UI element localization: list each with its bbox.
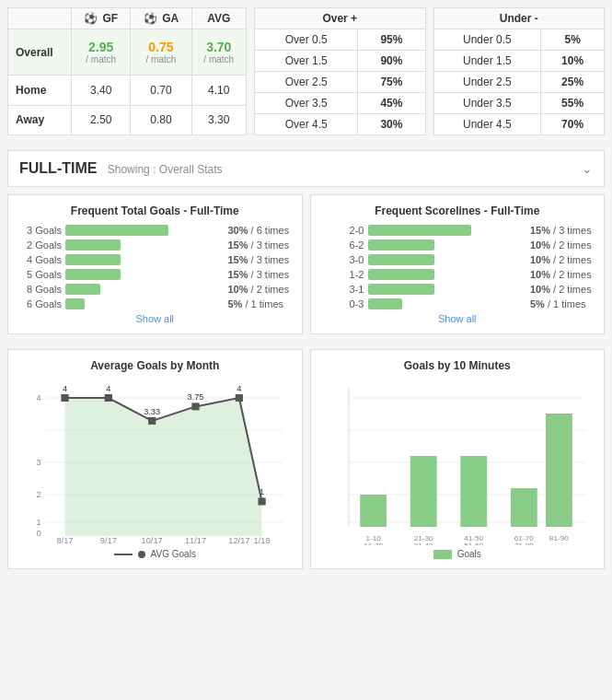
- svg-text:10/17: 10/17: [142, 536, 163, 545]
- gf-header: ⚽ GF: [71, 8, 131, 29]
- freq-charts-row: Frequent Total Goals - Full-Time 3 Goals…: [0, 187, 612, 342]
- freq-scoreline-bar: [368, 239, 434, 251]
- under-row: Under 1.510%: [433, 51, 605, 72]
- over-row: Over 0.595%: [255, 29, 426, 51]
- svg-text:31-40: 31-40: [413, 542, 433, 545]
- home-gf: 3.40: [71, 76, 131, 105]
- freq-scoreline-label: 6-2: [320, 239, 364, 251]
- freq-goal-bar: [65, 239, 121, 251]
- freq-scoreline-label: 0-3: [320, 298, 364, 309]
- svg-text:12/17: 12/17: [228, 536, 249, 545]
- freq-goal-item: 3 Goals 30% / 6 times: [17, 225, 293, 236]
- freq-goals-list: 3 Goals 30% / 6 times 2 Goals 15% / 3 ti…: [17, 225, 293, 309]
- freq-scorelines-title: Frequent Scorelines - Full-Time: [320, 204, 595, 217]
- freq-goal-item: 8 Goals 10% / 2 times: [17, 284, 293, 295]
- under-row: Under 2.525%: [433, 72, 605, 93]
- under-row-pct: 25%: [541, 72, 605, 93]
- over-row-pct: 95%: [358, 29, 425, 51]
- freq-goal-item: 5 Goals 15% / 3 times: [17, 269, 293, 280]
- over-row: Over 1.590%: [255, 51, 426, 72]
- away-gf: 2.50: [71, 105, 131, 134]
- under-row: Under 0.55%: [433, 29, 605, 51]
- freq-scoreline-info: 10% / 2 times: [530, 254, 595, 265]
- freq-goal-bar: [65, 298, 85, 309]
- svg-text:3.75: 3.75: [188, 392, 204, 402]
- show-all-scorelines[interactable]: Show all: [320, 313, 595, 324]
- bar-chart-area: 1-10 11-20 21-30 31-40 41-50 51-60 61-70…: [320, 379, 595, 545]
- over-row-pct: 45%: [358, 93, 425, 114]
- freq-scoreline-item: 0-3 5% / 1 times: [320, 298, 595, 309]
- svg-text:71-80: 71-80: [514, 542, 534, 545]
- freq-scoreline-bar: [368, 269, 434, 280]
- home-row: Home 3.40 0.70 4.10: [8, 76, 247, 105]
- overall-row: Overall 2.95 / match 0.75 / match 3.70 /…: [8, 29, 247, 76]
- freq-scorelines-list: 2-0 15% / 3 times 6-2 10% / 2 times 3-0 …: [320, 225, 595, 309]
- under-row-pct: 10%: [541, 51, 605, 72]
- freq-scoreline-item: 2-0 15% / 3 times: [320, 225, 595, 236]
- goals-10min-box: Goals by 10 Minutes: [310, 349, 606, 569]
- under-row-label: Under 0.5: [433, 29, 541, 51]
- goals-10min-title: Goals by 10 Minutes: [320, 359, 595, 372]
- home-ga: 0.70: [131, 76, 191, 105]
- freq-goal-label: 2 Goals: [17, 239, 62, 251]
- svg-text:11-20: 11-20: [364, 542, 384, 545]
- freq-goal-bar-wrap: [65, 298, 225, 309]
- under-title: Under -: [433, 8, 605, 29]
- freq-goal-info: 15% / 3 times: [228, 239, 293, 251]
- over-row: Over 4.530%: [255, 114, 426, 135]
- freq-goal-label: 6 Goals: [17, 298, 62, 309]
- freq-goal-bar-wrap: [65, 225, 225, 236]
- svg-text:8/17: 8/17: [56, 536, 73, 545]
- under-row: Under 3.555%: [433, 93, 605, 114]
- freq-goal-info: 15% / 3 times: [228, 269, 293, 280]
- freq-scoreline-info: 10% / 2 times: [530, 269, 595, 280]
- over-row-label: Over 0.5: [255, 29, 358, 51]
- svg-text:11/17: 11/17: [185, 536, 206, 545]
- svg-marker-10: [64, 398, 261, 536]
- freq-scoreline-info: 15% / 3 times: [530, 225, 595, 236]
- over-row: Over 3.545%: [255, 93, 426, 114]
- freq-scoreline-bar-wrap: [368, 284, 527, 295]
- freq-scorelines-box: Frequent Scorelines - Full-Time 2-0 15% …: [310, 194, 606, 334]
- svg-text:4: 4: [106, 384, 110, 393]
- show-all-goals[interactable]: Show all: [17, 313, 293, 324]
- freq-scoreline-bar-wrap: [368, 239, 527, 251]
- under-row-label: Under 2.5: [433, 72, 541, 93]
- avg-goals-title: Average Goals by Month: [17, 359, 293, 372]
- over-row: Over 2.575%: [255, 72, 426, 93]
- freq-goal-label: 4 Goals: [17, 254, 62, 265]
- over-row-label: Over 2.5: [255, 72, 358, 93]
- freq-goal-info: 15% / 3 times: [228, 254, 293, 265]
- overall-avg: 3.70 / match: [191, 29, 247, 76]
- svg-text:3.33: 3.33: [144, 407, 160, 416]
- freq-goal-bar-wrap: [65, 254, 225, 265]
- overall-ga: 0.75 / match: [131, 29, 191, 76]
- line-chart-area: 4 3 2 1 0 4: [17, 379, 293, 545]
- freq-goal-bar: [65, 225, 168, 236]
- svg-text:4: 4: [63, 384, 67, 393]
- over-table: Over + Over 0.595%Over 1.590%Over 2.575%…: [254, 7, 426, 135]
- freq-goal-bar: [65, 269, 121, 280]
- under-row-pct: 70%: [541, 114, 605, 135]
- freq-goal-info: 10% / 2 times: [228, 284, 293, 295]
- svg-text:81-90: 81-90: [548, 534, 569, 542]
- freq-goal-bar-wrap: [65, 239, 225, 251]
- overall-label: Overall: [8, 29, 72, 76]
- under-row: Under 4.570%: [433, 114, 605, 135]
- freq-goal-item: 6 Goals 5% / 1 times: [17, 298, 293, 309]
- svg-text:3: 3: [37, 458, 41, 467]
- svg-rect-16: [258, 498, 265, 506]
- away-row: Away 2.50 0.80 3.30: [8, 105, 247, 134]
- over-row-label: Over 1.5: [255, 51, 358, 72]
- over-title: Over +: [255, 8, 426, 29]
- chevron-down-icon[interactable]: ⌄: [582, 161, 593, 176]
- freq-goal-label: 5 Goals: [17, 269, 62, 280]
- avg-header: AVG: [191, 8, 247, 29]
- freq-goal-info: 30% / 6 times: [228, 225, 293, 236]
- svg-text:4: 4: [37, 393, 41, 402]
- svg-rect-38: [510, 488, 537, 527]
- svg-rect-36: [410, 456, 436, 527]
- over-row-pct: 30%: [358, 114, 425, 135]
- under-row-pct: 55%: [541, 93, 605, 114]
- fulltime-title: FULL-TIME: [19, 160, 97, 176]
